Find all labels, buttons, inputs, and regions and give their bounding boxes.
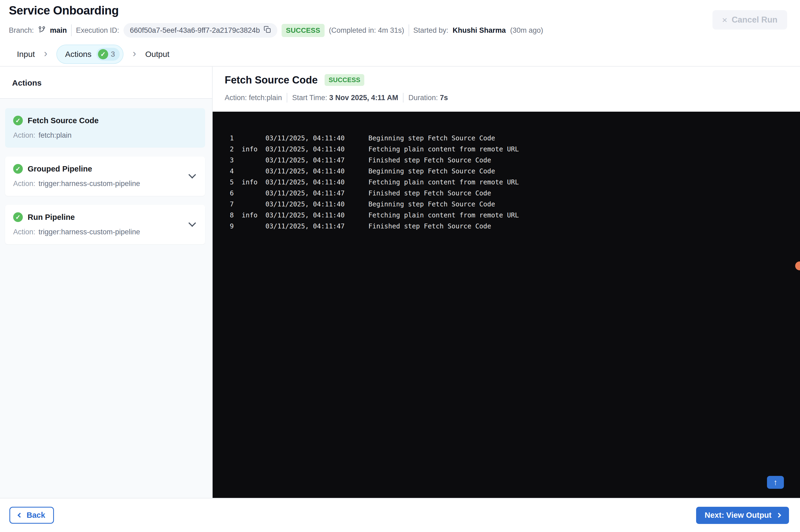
back-button-label: Back xyxy=(26,511,45,520)
started-ago-text: (30m ago) xyxy=(510,26,543,35)
orange-indicator-dot xyxy=(795,262,800,270)
header: Service Onboarding Branch: main Executio… xyxy=(0,0,800,42)
tab-actions[interactable]: Actions ✓ 3 xyxy=(56,44,123,64)
detail-action: Action: fetch:plain xyxy=(225,94,282,102)
stepper-tabbar: Input › Actions ✓ 3 › Output xyxy=(0,42,800,66)
divider xyxy=(403,93,403,102)
chevron-left-icon xyxy=(17,513,22,517)
header-meta-row: Branch: main Execution ID: 660f50a7-5eef… xyxy=(9,23,787,38)
action-label: Action: xyxy=(13,131,35,139)
chevron-right-icon: › xyxy=(44,48,47,60)
back-button[interactable]: Back xyxy=(9,507,54,524)
completed-in-text: (Completed in: 4m 31s) xyxy=(329,26,404,35)
action-card-meta: Action:trigger:harness-custom-pipeline xyxy=(13,228,197,236)
close-icon: × xyxy=(722,15,727,24)
started-by-label: Started by: xyxy=(414,26,449,35)
detail-meta-row: Action: fetch:plain Start Time: 3 Nov 20… xyxy=(225,93,800,102)
execution-detail-page: Service Onboarding Branch: main Executio… xyxy=(0,0,800,532)
cancel-run-label: Cancel Run xyxy=(731,15,778,25)
action-label: Action: xyxy=(13,228,35,236)
check-circle-icon: ✓ xyxy=(13,212,23,222)
divider xyxy=(71,24,72,36)
sidebar-heading: Actions xyxy=(12,78,212,88)
next-button-label: Next: View Output xyxy=(705,511,772,520)
body: Actions ✓ Fetch Source Code Action:fetch… xyxy=(0,66,800,498)
cancel-run-button[interactable]: × Cancel Run xyxy=(712,10,787,30)
detail-title: Fetch Source Code xyxy=(225,74,318,86)
tab-output[interactable]: Output xyxy=(145,50,169,59)
actions-count: 3 xyxy=(111,50,115,58)
detail-header: Fetch Source Code SUCCESS Action: fetch:… xyxy=(213,66,800,112)
arrow-up-icon: ↑ xyxy=(774,478,778,487)
execution-id-chip: 660f50a7-5eef-43a6-9ff7-2a2179c3824b xyxy=(123,23,277,38)
action-card-meta: Action:trigger:harness-custom-pipeline xyxy=(13,179,197,188)
chevron-right-icon xyxy=(776,513,781,517)
log-console[interactable]: 1 03/11/2025, 04:11:40 Beginning step Fe… xyxy=(213,112,800,498)
tab-actions-label: Actions xyxy=(65,50,91,59)
detail-duration: Duration: 7s xyxy=(408,94,448,102)
action-label: Action: xyxy=(13,179,35,188)
check-circle-icon: ✓ xyxy=(13,116,23,125)
action-card[interactable]: ✓ Fetch Source Code Action:fetch:plain xyxy=(5,108,205,148)
started-by-name: Khushi Sharma xyxy=(453,26,506,35)
branch-name: main xyxy=(50,26,67,35)
footer: Back Next: View Output xyxy=(0,498,800,532)
scroll-to-top-button[interactable]: ↑ xyxy=(767,476,784,489)
actions-count-chip: ✓ 3 xyxy=(96,48,120,61)
action-card-title: Grouped Pipeline xyxy=(28,165,92,173)
execution-id-label: Execution ID: xyxy=(76,26,119,35)
git-branch-icon xyxy=(38,26,46,35)
next-view-output-button[interactable]: Next: View Output xyxy=(696,507,789,524)
sidebar-header: Actions xyxy=(0,66,212,99)
actions-sidebar: Actions ✓ Fetch Source Code Action:fetch… xyxy=(0,66,213,498)
action-card[interactable]: ✓ Grouped Pipeline Action:trigger:harnes… xyxy=(5,156,205,196)
status-badge: SUCCESS xyxy=(282,24,325,37)
detail-start-time: Start Time: 3 Nov 2025, 4:11 AM xyxy=(292,94,398,102)
action-value: trigger:harness-custom-pipeline xyxy=(39,179,140,188)
log-lines: 1 03/11/2025, 04:11:40 Beginning step Fe… xyxy=(213,112,800,232)
detail-status-badge: SUCCESS xyxy=(325,74,364,86)
divider xyxy=(408,24,409,36)
action-value: fetch:plain xyxy=(39,131,72,139)
action-card-meta: Action:fetch:plain xyxy=(13,131,197,139)
check-circle-icon: ✓ xyxy=(13,164,23,174)
action-value: trigger:harness-custom-pipeline xyxy=(39,228,140,236)
action-card-title: Fetch Source Code xyxy=(28,116,98,125)
copy-icon[interactable] xyxy=(264,26,271,35)
check-circle-icon: ✓ xyxy=(98,49,108,59)
tab-input[interactable]: Input xyxy=(17,50,35,59)
action-card[interactable]: ✓ Run Pipeline Action:trigger:harness-cu… xyxy=(5,205,205,244)
page-title: Service Onboarding xyxy=(9,4,787,17)
action-card-title: Run Pipeline xyxy=(28,213,75,222)
branch-label: Branch: xyxy=(9,26,34,35)
main-panel: Fetch Source Code SUCCESS Action: fetch:… xyxy=(213,66,800,498)
execution-id-value: 660f50a7-5eef-43a6-9ff7-2a2179c3824b xyxy=(130,26,260,35)
divider xyxy=(287,93,287,102)
action-card-list: ✓ Fetch Source Code Action:fetch:plain ✓… xyxy=(0,99,212,498)
chevron-right-icon: › xyxy=(133,48,136,60)
